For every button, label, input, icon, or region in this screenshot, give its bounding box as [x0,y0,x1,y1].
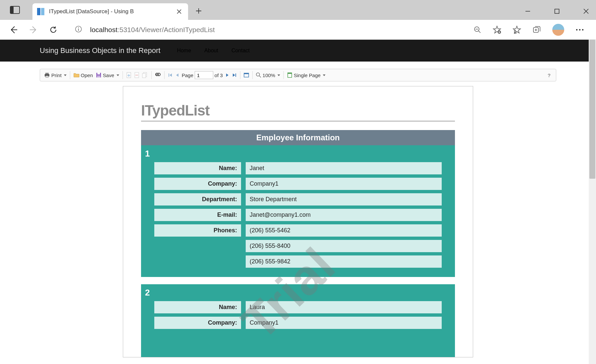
back-button[interactable] [5,23,22,36]
view-mode-button[interactable]: Single Page [286,71,327,79]
first-page-button[interactable] [167,72,174,78]
svg-rect-1 [10,6,14,14]
copy-page-icon[interactable] [141,71,149,79]
section-header: Employee Information [141,130,455,145]
close-window-button[interactable] [579,5,593,18]
title-divider [141,121,455,121]
tab-close-button[interactable] [175,8,183,16]
report-title: ITypedList [141,102,455,119]
page-viewport: Using Business Objects in the Report Hom… [0,40,596,364]
value-phone: (206) 555-9842 [246,255,442,268]
svg-rect-30 [244,73,249,74]
svg-point-11 [576,29,577,30]
favorites-icon[interactable] [513,25,521,34]
value-name: Janet [246,162,442,174]
url-text: localhost:53104/Viewer/ActionITypedList [90,26,215,34]
next-page-button[interactable] [224,72,231,78]
svg-rect-26 [142,73,146,78]
employee-block: 1 Name:Janet Company:Company1 Department… [141,145,455,277]
employee-number: 2 [141,287,455,301]
report-page: ITypedList Employee Information 1 Name:J… [123,86,473,357]
value-phone: (206) 555-5462 [246,224,442,237]
svg-rect-16 [46,76,48,77]
page-label: Page [182,72,193,78]
svg-rect-4 [555,9,559,14]
browser-tab[interactable]: ITypedList [DataSource] - Using B [32,3,188,20]
zoom-out-icon[interactable] [473,26,481,34]
svg-point-12 [579,29,580,30]
fullscreen-button[interactable] [242,72,250,78]
maximize-button[interactable] [550,5,564,18]
window-controls [521,5,593,18]
label-company: Company: [154,178,241,190]
page-number-input[interactable] [195,71,213,79]
nav-contact[interactable]: Contact [231,48,250,54]
svg-rect-2 [37,8,40,15]
label-name: Name: [154,162,241,174]
svg-rect-24 [135,75,138,75]
value-company: Company1 [246,178,442,190]
refresh-button[interactable] [45,23,62,36]
label-company: Company: [154,317,241,329]
svg-rect-33 [288,73,292,74]
svg-rect-22 [128,74,129,77]
label-phones: Phones: [154,224,241,237]
open-button[interactable]: Open [72,71,94,79]
scrollbar-thumb[interactable] [589,40,595,179]
site-info-icon[interactable] [75,25,82,34]
new-page-icon[interactable] [125,71,133,79]
svg-rect-19 [97,75,100,77]
more-menu-icon[interactable] [575,28,584,31]
employee-block: 2 Name:Laura Company:Company1 [141,284,455,357]
url-bar[interactable]: localhost:53104/Viewer/ActionITypedList [68,23,467,37]
value-phone: (206) 555-8400 [246,240,442,252]
new-tab-button[interactable] [188,3,209,20]
favorite-add-icon[interactable] [493,25,501,34]
page-of-label: of 3 [215,72,223,78]
label-department: Department: [154,193,241,205]
vertical-scrollbar[interactable] [589,40,596,364]
report-toolbar: Print Open Save Page of 3 [40,69,556,81]
tab-actions-icon[interactable] [10,6,21,15]
value-company: Company1 [246,317,442,329]
nav-home[interactable]: Home [177,48,191,54]
value-email: Janet@company1.com [246,209,442,221]
help-button[interactable]: ? [545,72,553,78]
forward-button[interactable] [25,23,42,36]
svg-rect-18 [97,73,100,74]
minimize-button[interactable] [521,5,534,18]
svg-point-6 [78,27,79,28]
site-header: Using Business Objects in the Report Hom… [0,40,596,62]
profile-avatar[interactable] [552,24,564,36]
label-email: E-mail: [154,209,241,221]
collections-icon[interactable] [532,25,541,34]
svg-rect-3 [41,8,44,15]
value-department: Store Department [246,193,442,205]
tab-favicon-icon [37,8,44,15]
svg-point-31 [256,73,260,76]
delete-page-icon[interactable] [133,71,141,79]
save-button[interactable]: Save [94,71,121,79]
svg-point-13 [582,29,583,30]
svg-rect-7 [78,29,79,31]
site-title: Using Business Objects in the Report [40,46,160,55]
browser-nav-bar: localhost:53104/Viewer/ActionITypedList [0,20,596,40]
value-name: Laura [246,301,442,313]
label-name: Name: [154,301,241,313]
browser-tab-strip: ITypedList [DataSource] - Using B [0,0,596,20]
print-button[interactable]: Print [43,71,68,79]
zoom-button[interactable]: 100% [255,71,281,79]
svg-rect-14 [45,73,49,74]
last-page-button[interactable] [231,72,238,78]
prev-page-button[interactable] [174,72,180,78]
find-button[interactable] [154,71,162,79]
nav-about[interactable]: About [204,48,218,54]
tab-title: ITypedList [DataSource] - Using B [49,8,172,15]
employee-number: 1 [141,148,455,162]
